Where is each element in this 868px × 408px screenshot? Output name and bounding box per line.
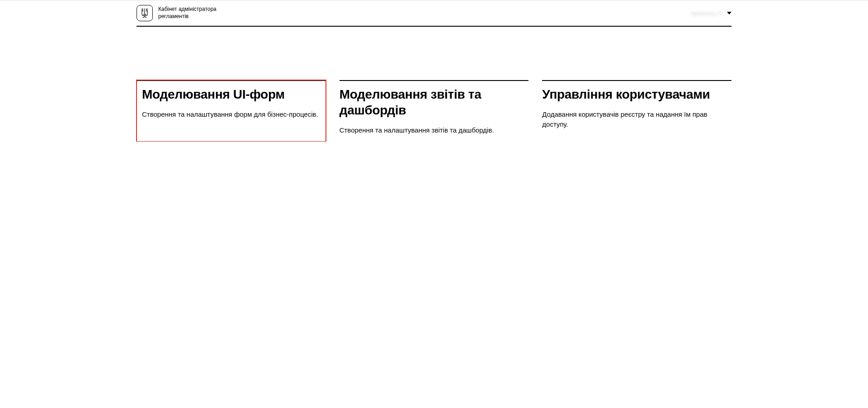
user-name-label: Іваненко П. <box>691 10 724 17</box>
card-description: Додавання користувачів реєстру та наданн… <box>542 109 726 129</box>
card-title: Моделювання звітів та дашбордів <box>340 86 524 118</box>
app-title: Кабінет адміністратора регламентів <box>158 6 217 20</box>
app-header: Кабінет адміністратора регламентів Іване… <box>137 0 731 27</box>
caret-down-icon <box>727 12 731 14</box>
card-description: Створення та налаштування форм для бізне… <box>142 109 321 119</box>
card-ui-forms[interactable]: Моделювання UI-форм Створення та налашту… <box>137 80 326 142</box>
card-title: Моделювання UI-форм <box>142 86 321 102</box>
card-description: Створення та налаштування звітів та дашб… <box>340 125 524 135</box>
header-brand[interactable]: Кабінет адміністратора регламентів <box>137 5 217 21</box>
cards-grid: Моделювання UI-форм Створення та налашту… <box>137 27 731 142</box>
user-menu[interactable]: Іваненко П. <box>691 10 731 17</box>
trident-logo-icon <box>137 5 153 21</box>
card-title: Управління користувачами <box>542 86 726 102</box>
card-reports-dashboards[interactable]: Моделювання звітів та дашбордів Створенн… <box>340 80 529 142</box>
card-user-management[interactable]: Управління користувачами Додавання корис… <box>542 80 731 142</box>
